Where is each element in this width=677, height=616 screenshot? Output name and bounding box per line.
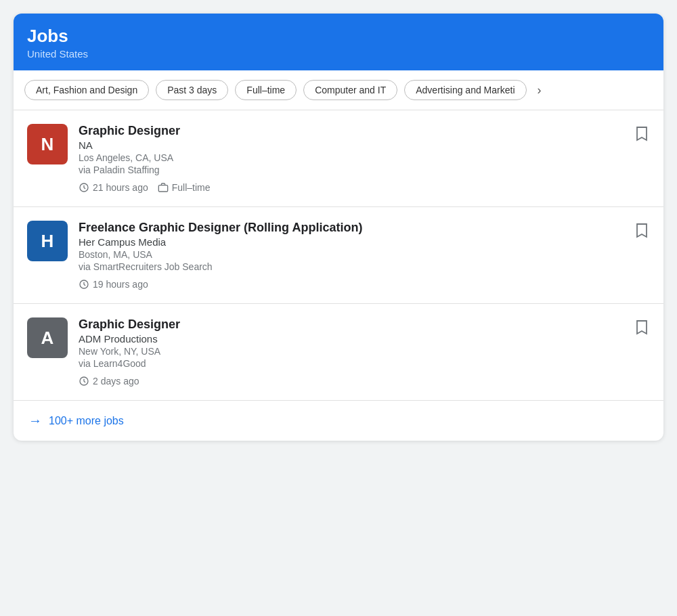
filter-chip-advertising[interactable]: Advertising and Marketi bbox=[404, 80, 526, 100]
jobs-card: Jobs United States Art, Fashion and Desi… bbox=[14, 14, 663, 441]
header: Jobs United States bbox=[14, 14, 663, 70]
job-meta-2: 19 hours ago bbox=[79, 279, 650, 290]
job-type-label-1: Full–time bbox=[172, 182, 211, 193]
bookmark-button-1[interactable] bbox=[632, 123, 651, 146]
job-location-1: Los Angeles, CA, USA bbox=[79, 152, 650, 163]
job-content-3: Graphic Designer ADM Productions New Yor… bbox=[79, 317, 650, 387]
job-via-3: via Learn4Good bbox=[79, 358, 650, 369]
clock-icon bbox=[79, 376, 89, 387]
briefcase-icon bbox=[158, 182, 169, 193]
job-company-3: ADM Productions bbox=[79, 333, 650, 345]
job-meta-3: 2 days ago bbox=[79, 376, 650, 387]
job-title-2: Freelance Graphic Designer (Rolling Appl… bbox=[79, 221, 650, 235]
company-logo-2: H bbox=[27, 221, 68, 261]
job-title-1: Graphic Designer bbox=[79, 124, 650, 138]
job-location-3: New York, NY, USA bbox=[79, 346, 650, 357]
more-jobs-arrow-icon: → bbox=[28, 413, 42, 428]
table-row: H Freelance Graphic Designer (Rolling Ap… bbox=[14, 207, 663, 304]
bookmark-button-3[interactable] bbox=[632, 316, 651, 340]
company-logo-1: N bbox=[27, 124, 68, 164]
job-time-label-2: 19 hours ago bbox=[93, 279, 148, 290]
header-subtitle: United States bbox=[27, 48, 650, 60]
job-time-1: 21 hours ago bbox=[79, 182, 148, 193]
filter-chip-art[interactable]: Art, Fashion and Design bbox=[24, 80, 149, 100]
job-time-2: 19 hours ago bbox=[79, 279, 148, 290]
job-meta-1: 21 hours ago Full–time bbox=[79, 182, 650, 193]
job-company-2: Her Campus Media bbox=[79, 236, 650, 248]
job-time-label-1: 21 hours ago bbox=[93, 182, 148, 193]
job-company-1: NA bbox=[79, 139, 650, 151]
job-title-3: Graphic Designer bbox=[79, 317, 650, 332]
clock-icon bbox=[79, 182, 89, 193]
job-via-2: via SmartRecruiters Job Search bbox=[79, 261, 650, 272]
filter-chip-fulltime[interactable]: Full–time bbox=[235, 80, 297, 100]
job-content-2: Freelance Graphic Designer (Rolling Appl… bbox=[79, 221, 650, 290]
company-logo-3: A bbox=[27, 317, 68, 358]
table-row: N Graphic Designer NA Los Angeles, CA, U… bbox=[14, 110, 663, 207]
more-jobs-label: 100+ more jobs bbox=[49, 415, 124, 427]
job-content-1: Graphic Designer NA Los Angeles, CA, USA… bbox=[79, 124, 650, 193]
filter-chip-computer[interactable]: Computer and IT bbox=[303, 80, 397, 100]
table-row: A Graphic Designer ADM Productions New Y… bbox=[14, 304, 663, 401]
clock-icon bbox=[79, 279, 89, 290]
bookmark-button-2[interactable] bbox=[632, 219, 651, 243]
more-jobs-row[interactable]: → 100+ more jobs bbox=[14, 401, 663, 441]
filters-more-button[interactable]: › bbox=[533, 81, 546, 100]
filters-bar: Art, Fashion and Design Past 3 days Full… bbox=[14, 70, 663, 110]
svg-rect-1 bbox=[158, 185, 167, 192]
job-list: N Graphic Designer NA Los Angeles, CA, U… bbox=[14, 110, 663, 401]
job-time-3: 2 days ago bbox=[79, 376, 139, 387]
job-location-2: Boston, MA, USA bbox=[79, 249, 650, 260]
header-title: Jobs bbox=[27, 26, 650, 47]
job-via-1: via Paladin Staffing bbox=[79, 164, 650, 175]
job-time-label-3: 2 days ago bbox=[93, 376, 139, 387]
filter-chip-days[interactable]: Past 3 days bbox=[156, 80, 228, 100]
job-type-1: Full–time bbox=[158, 182, 211, 193]
